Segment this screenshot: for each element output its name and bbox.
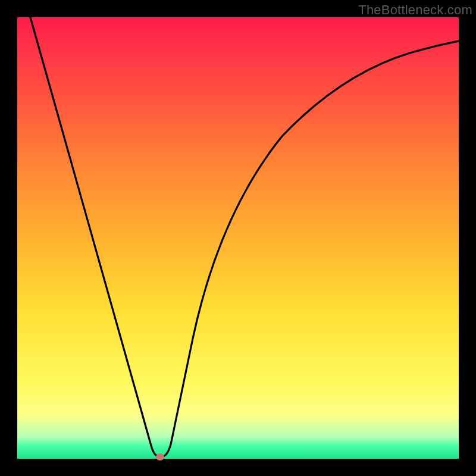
plot-area	[17, 17, 459, 459]
bottleneck-curve	[17, 17, 459, 459]
watermark-text: TheBottleneck.com	[358, 2, 472, 18]
chart-frame: TheBottleneck.com	[0, 0, 476, 476]
trough-marker	[156, 453, 164, 461]
